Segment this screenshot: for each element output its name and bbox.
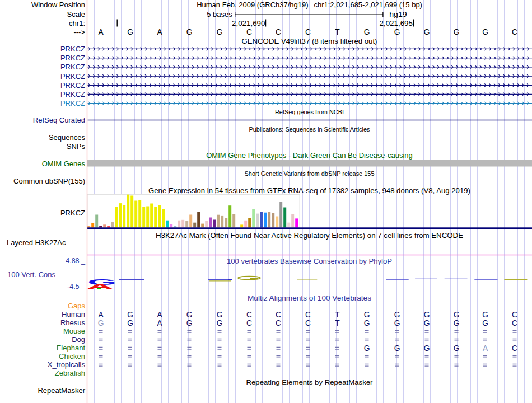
svg-text:100 Vert. Cons: 100 Vert. Cons [7, 270, 55, 279]
svg-text:G: G [482, 319, 488, 327]
svg-text:Layered H3K27Ac: Layered H3K27Ac [7, 238, 66, 247]
svg-text:C: C [512, 344, 517, 353]
svg-text:G: G [364, 28, 370, 36]
svg-text:Human: Human [62, 310, 85, 318]
svg-text:G: G [186, 28, 193, 36]
svg-text:C: C [305, 319, 311, 327]
svg-text:-4.5 _: -4.5 _ [67, 283, 86, 290]
svg-text:G: G [424, 344, 430, 353]
svg-text:Gene Expression in 54 tissues: Gene Expression in 54 tissues from GTEx … [148, 186, 470, 195]
svg-text:PRKCZ: PRKCZ [60, 63, 85, 71]
svg-text:G: G [394, 28, 400, 36]
svg-text:PRKCZ: PRKCZ [60, 72, 85, 81]
svg-text:G: G [394, 344, 400, 353]
svg-text:C: C [305, 311, 311, 319]
svg-text:Multiz Alignments of 100 Verte: Multiz Alignments of 100 Vertebrates [248, 294, 372, 302]
svg-text:G: G [482, 311, 488, 319]
svg-text:OMIM Gene Phenotypes - Dark Gr: OMIM Gene Phenotypes - Dark Green Can Be… [206, 151, 413, 160]
svg-text:Mouse: Mouse [63, 327, 85, 335]
svg-text:Rhesus: Rhesus [60, 318, 86, 327]
svg-text:C: C [276, 319, 281, 327]
svg-text:G: G [127, 319, 133, 327]
svg-text:PRKCZ: PRKCZ [60, 45, 85, 53]
svg-text:T: T [335, 28, 340, 36]
svg-text:H3K27Ac Mark (Often Found Near: H3K27Ac Mark (Often Found Near Active Re… [156, 231, 463, 240]
svg-text:Sequences: Sequences [49, 133, 86, 142]
svg-text:G: G [186, 319, 193, 327]
svg-text:C: C [305, 28, 311, 36]
svg-text:G: G [98, 319, 104, 327]
svg-text:A: A [98, 311, 104, 319]
svg-text:PRKCZ: PRKCZ [60, 209, 85, 217]
svg-text:G: G [482, 28, 488, 36]
svg-text:PRKCZ: PRKCZ [60, 81, 85, 90]
svg-text:C: C [276, 28, 281, 36]
svg-text:A: A [483, 344, 488, 353]
svg-text:2,021,695: 2,021,695 [380, 19, 413, 27]
svg-text:Window Position: Window Position [31, 1, 85, 9]
svg-text:G: G [127, 28, 133, 36]
svg-text:Zebrafish: Zebrafish [55, 369, 85, 377]
svg-text:G: G [424, 319, 430, 327]
svg-text:100 vertebrates Basewise Conse: 100 vertebrates Basewise Conservation by… [227, 257, 392, 265]
svg-text:T: T [335, 319, 340, 327]
svg-text:G: G [424, 311, 430, 319]
svg-text:A: A [98, 28, 104, 36]
svg-text:Publications: Sequences in Sci: Publications: Sequences in Scientific Ar… [249, 126, 370, 133]
svg-text:G: G [394, 319, 400, 327]
svg-text:Repeating Elements by RepeatMa: Repeating Elements by RepeatMasker [246, 379, 373, 386]
svg-text:C: C [246, 28, 252, 36]
svg-text:Scale: Scale [67, 10, 85, 18]
svg-text:G: G [127, 311, 133, 319]
svg-text:PRKCZ: PRKCZ [60, 99, 85, 107]
svg-text:G: G [454, 311, 460, 319]
svg-text:G: G [364, 344, 370, 353]
svg-text:X_tropicalis: X_tropicalis [48, 360, 86, 369]
svg-text:RefSeq genes from NCBI: RefSeq genes from NCBI [275, 109, 344, 115]
svg-text:hg19: hg19 [389, 10, 407, 18]
svg-text:4.88 _: 4.88 _ [66, 257, 86, 265]
svg-text:G: G [364, 319, 370, 327]
svg-text:SNPs: SNPs [67, 142, 86, 151]
svg-text:T: T [335, 311, 340, 319]
svg-text:RepeatMasker: RepeatMasker [38, 386, 85, 395]
svg-text:PRKCZ: PRKCZ [60, 54, 85, 62]
svg-text:Short Genetic Variants from db: Short Genetic Variants from dbSNP releas… [245, 170, 375, 177]
svg-text:Human Feb. 2009 (GRCh37/hg19): Human Feb. 2009 (GRCh37/hg19) [197, 1, 308, 9]
svg-text:G: G [424, 28, 430, 36]
svg-text:G: G [454, 28, 460, 36]
svg-text:PRKCZ: PRKCZ [60, 90, 85, 99]
svg-text:chr1:2,021,685-2,021,699 (15 b: chr1:2,021,685-2,021,699 (15 bp) [314, 1, 422, 9]
svg-text:C: C [246, 311, 252, 319]
svg-text:G: G [217, 28, 223, 36]
svg-text:G: G [454, 319, 460, 327]
svg-text:Common dbSNP(155): Common dbSNP(155) [13, 177, 85, 185]
svg-text:A: A [157, 319, 162, 327]
svg-text:Gaps: Gaps [68, 302, 86, 310]
svg-text:A: A [157, 311, 162, 319]
svg-text:2,021,690: 2,021,690 [232, 19, 265, 27]
svg-text:RefSeq Curated: RefSeq Curated [33, 116, 85, 124]
svg-text:C: C [512, 319, 517, 327]
svg-text:Elephant: Elephant [57, 344, 86, 352]
svg-text:G: G [217, 319, 223, 327]
svg-text:G: G [394, 311, 400, 319]
svg-text:G: G [454, 344, 460, 353]
svg-text:OMIM Genes: OMIM Genes [42, 160, 86, 168]
svg-text:chr1:: chr1: [69, 19, 85, 27]
svg-text:G: G [217, 311, 223, 319]
svg-text:G: G [364, 311, 370, 319]
svg-text:Dog: Dog [72, 335, 85, 344]
svg-text:A: A [87, 284, 114, 290]
svg-text:C: C [512, 311, 517, 319]
svg-text:--->: ---> [73, 28, 85, 36]
svg-text:A: A [157, 28, 162, 36]
svg-text:Chicken: Chicken [59, 352, 85, 360]
svg-text:5 bases: 5 bases [207, 10, 232, 18]
svg-text:G: G [186, 311, 193, 319]
svg-text:C: C [276, 311, 281, 319]
svg-text:GENCODE V49lift37 (8 items fil: GENCODE V49lift37 (8 items filtered out) [242, 37, 377, 45]
svg-text:C: C [512, 28, 517, 36]
svg-text:C: C [246, 319, 252, 327]
